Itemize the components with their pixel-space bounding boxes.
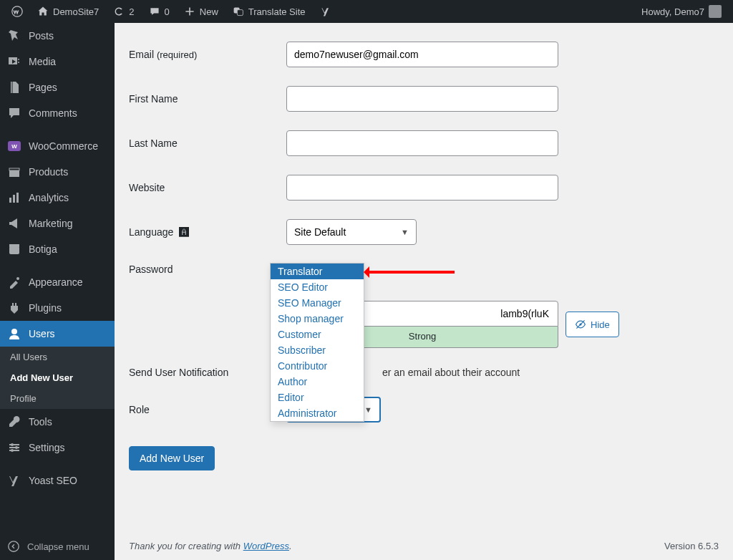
firstname-field[interactable] bbox=[286, 86, 558, 112]
menu-settings[interactable]: Settings bbox=[0, 435, 115, 460]
menu-analytics[interactable]: Analytics bbox=[0, 185, 115, 211]
version-text: Version 6.5.3 bbox=[664, 541, 719, 551]
firstname-label: First Name bbox=[129, 93, 286, 105]
role-option-translator[interactable]: Translator bbox=[271, 264, 364, 279]
menu-yoast[interactable]: Yoast SEO bbox=[0, 468, 115, 493]
wordpress-link[interactable]: WordPress bbox=[243, 541, 289, 551]
chevron-down-icon: ▼ bbox=[364, 405, 372, 414]
svg-point-5 bbox=[18, 62, 19, 63]
pages-icon bbox=[7, 80, 21, 95]
email-field[interactable] bbox=[286, 42, 558, 67]
avatar bbox=[709, 5, 722, 18]
admin-bar: DemoSite7 2 0 New Translate Site Howdy, … bbox=[0, 0, 733, 23]
wordpress-icon bbox=[11, 6, 23, 17]
email-label: Email (required) bbox=[129, 49, 286, 60]
pin-icon bbox=[7, 29, 21, 43]
add-user-button[interactable]: Add New User bbox=[129, 446, 215, 470]
svg-rect-8 bbox=[9, 198, 11, 203]
menu-appearance[interactable]: Appearance bbox=[0, 269, 115, 295]
comments-count[interactable]: 0 bbox=[143, 6, 175, 17]
lastname-label: Last Name bbox=[129, 137, 286, 149]
menu-comments[interactable]: Comments bbox=[0, 100, 115, 126]
svg-rect-2 bbox=[237, 10, 243, 16]
role-option-contributor[interactable]: Contributor bbox=[271, 358, 364, 374]
svg-rect-12 bbox=[9, 244, 19, 247]
submenu-all-users[interactable]: All Users bbox=[0, 347, 115, 367]
tools-icon bbox=[7, 415, 21, 429]
footer: Thank you for creating with WordPress. V… bbox=[115, 531, 733, 560]
home-icon bbox=[37, 6, 49, 17]
translate-icon bbox=[233, 6, 244, 17]
chevron-down-icon: ▼ bbox=[401, 228, 409, 236]
svg-rect-10 bbox=[16, 193, 19, 203]
svg-rect-9 bbox=[13, 195, 15, 203]
website-field[interactable] bbox=[286, 175, 558, 201]
botiga-icon bbox=[7, 242, 21, 256]
comment-icon bbox=[149, 6, 160, 17]
role-option-seo-editor[interactable]: SEO Editor bbox=[271, 279, 364, 295]
language-select[interactable]: Site Default▼ bbox=[286, 219, 417, 245]
role-option-customer[interactable]: Customer bbox=[271, 327, 364, 342]
plugins-icon bbox=[7, 301, 21, 315]
svg-point-4 bbox=[18, 59, 19, 60]
howdy-user[interactable]: Howdy, Demo7 bbox=[636, 5, 727, 18]
menu-woocommerce[interactable]: WWooCommerce bbox=[0, 133, 115, 159]
role-option-author[interactable]: Author bbox=[271, 374, 364, 390]
menu-pages[interactable]: Pages bbox=[0, 74, 115, 100]
plus-icon bbox=[184, 6, 195, 17]
svg-rect-7 bbox=[9, 168, 19, 170]
marketing-icon bbox=[7, 216, 21, 231]
yoast-menu-icon bbox=[7, 473, 21, 488]
menu-users[interactable]: Users bbox=[0, 321, 115, 347]
lastname-field[interactable] bbox=[286, 130, 558, 156]
role-option-subscriber[interactable]: Subscriber bbox=[271, 342, 364, 358]
submenu-profile[interactable]: Profile bbox=[0, 388, 115, 409]
svg-point-19 bbox=[15, 446, 18, 449]
svg-point-20 bbox=[11, 449, 14, 452]
users-submenu: All Users Add New User Profile bbox=[0, 347, 115, 409]
menu-posts[interactable]: Posts bbox=[0, 23, 115, 49]
media-icon bbox=[7, 54, 21, 69]
main-content: Email (required) First Name Last Name We… bbox=[115, 23, 733, 560]
language-label: Language 🅰︎ bbox=[129, 226, 286, 238]
analytics-icon bbox=[7, 190, 21, 205]
role-option-editor[interactable]: Editor bbox=[271, 390, 364, 405]
collapse-menu[interactable]: Collapse menu bbox=[0, 533, 115, 560]
menu-media[interactable]: Media bbox=[0, 49, 115, 74]
update-icon bbox=[113, 6, 125, 17]
translate-site[interactable]: Translate Site bbox=[227, 6, 311, 17]
role-option-seo-manager[interactable]: SEO Manager bbox=[271, 295, 364, 311]
notify-label: Send User Notification bbox=[129, 367, 286, 378]
products-icon bbox=[7, 165, 21, 179]
collapse-icon bbox=[7, 540, 20, 553]
svg-rect-11 bbox=[9, 246, 19, 254]
site-name[interactable]: DemoSite7 bbox=[31, 6, 105, 17]
svg-point-0 bbox=[12, 6, 22, 16]
svg-point-18 bbox=[11, 443, 14, 446]
admin-sidebar: Posts Media Pages Comments WWooCommerce … bbox=[0, 23, 115, 560]
woocommerce-icon: W bbox=[7, 139, 21, 153]
role-option-administrator[interactable]: Administrator bbox=[271, 405, 364, 421]
annotation-arrow bbox=[365, 271, 455, 274]
role-option-shop-manager[interactable]: Shop manager bbox=[271, 311, 364, 327]
submenu-add-new[interactable]: Add New User bbox=[0, 367, 115, 388]
role-label: Role bbox=[129, 404, 286, 415]
svg-point-21 bbox=[9, 541, 19, 551]
menu-marketing[interactable]: Marketing bbox=[0, 211, 115, 236]
menu-products[interactable]: Products bbox=[0, 159, 115, 185]
menu-tools[interactable]: Tools bbox=[0, 409, 115, 435]
menu-plugins[interactable]: Plugins bbox=[0, 295, 115, 321]
role-dropdown: Translator SEO Editor SEO Manager Shop m… bbox=[270, 263, 364, 422]
website-label: Website bbox=[129, 182, 286, 193]
new-content[interactable]: New bbox=[178, 6, 224, 17]
users-icon bbox=[7, 327, 21, 341]
wp-logo[interactable] bbox=[6, 6, 29, 17]
svg-point-14 bbox=[11, 329, 17, 334]
yoast-admin[interactable] bbox=[314, 6, 337, 17]
comments-icon bbox=[7, 106, 21, 120]
menu-botiga[interactable]: Botiga bbox=[0, 236, 115, 262]
hide-password-button[interactable]: Hide bbox=[565, 312, 619, 337]
updates[interactable]: 2 bbox=[107, 6, 140, 17]
appearance-icon bbox=[7, 275, 21, 289]
eye-slash-icon bbox=[575, 319, 586, 330]
